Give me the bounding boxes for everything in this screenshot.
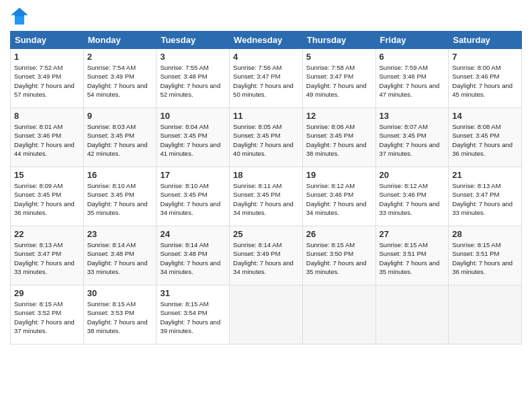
calendar-cell: 7 Sunrise: 8:00 AM Sunset: 3:46 PM Dayli… bbox=[449, 49, 522, 108]
calendar-cell: 16 Sunrise: 8:10 AM Sunset: 3:45 PM Dayl… bbox=[83, 167, 157, 226]
day-number: 4 bbox=[233, 52, 299, 62]
calendar-week-4: 22 Sunrise: 8:13 AM Sunset: 3:47 PM Dayl… bbox=[11, 226, 522, 285]
day-number: 12 bbox=[306, 111, 372, 121]
page: SundayMondayTuesdayWednesdayThursdayFrid… bbox=[0, 0, 532, 411]
day-info: Sunrise: 8:09 AM Sunset: 3:45 PM Dayligh… bbox=[14, 181, 80, 217]
day-number: 13 bbox=[380, 111, 445, 121]
calendar-cell: 14 Sunrise: 8:08 AM Sunset: 3:45 PM Dayl… bbox=[449, 108, 522, 167]
day-number: 23 bbox=[87, 229, 153, 239]
day-number: 6 bbox=[380, 52, 445, 62]
day-info: Sunrise: 8:07 AM Sunset: 3:45 PM Dayligh… bbox=[380, 122, 445, 158]
day-info: Sunrise: 8:15 AM Sunset: 3:51 PM Dayligh… bbox=[452, 240, 518, 276]
calendar-table: SundayMondayTuesdayWednesdayThursdayFrid… bbox=[10, 31, 522, 345]
day-info: Sunrise: 7:52 AM Sunset: 3:49 PM Dayligh… bbox=[14, 63, 80, 99]
weekday-header-monday: Monday bbox=[83, 32, 157, 49]
calendar-header-row: SundayMondayTuesdayWednesdayThursdayFrid… bbox=[11, 32, 522, 49]
calendar-cell: 29 Sunrise: 8:15 AM Sunset: 3:52 PM Dayl… bbox=[11, 285, 84, 345]
calendar-cell: 22 Sunrise: 8:13 AM Sunset: 3:47 PM Dayl… bbox=[11, 226, 84, 285]
day-info: Sunrise: 8:15 AM Sunset: 3:53 PM Dayligh… bbox=[87, 300, 153, 335]
day-number: 28 bbox=[452, 229, 518, 239]
day-info: Sunrise: 8:13 AM Sunset: 3:47 PM Dayligh… bbox=[14, 240, 80, 276]
calendar-cell: 21 Sunrise: 8:13 AM Sunset: 3:47 PM Dayl… bbox=[449, 167, 522, 226]
calendar-cell: 30 Sunrise: 8:15 AM Sunset: 3:53 PM Dayl… bbox=[83, 285, 157, 345]
day-number: 24 bbox=[160, 229, 226, 239]
calendar-cell bbox=[230, 285, 303, 345]
calendar-cell bbox=[375, 285, 449, 345]
calendar-cell: 2 Sunrise: 7:54 AM Sunset: 3:49 PM Dayli… bbox=[83, 49, 157, 108]
calendar-cell: 24 Sunrise: 8:14 AM Sunset: 3:48 PM Dayl… bbox=[157, 226, 230, 285]
calendar-cell: 27 Sunrise: 8:15 AM Sunset: 3:51 PM Dayl… bbox=[375, 226, 449, 285]
calendar-cell: 10 Sunrise: 8:04 AM Sunset: 3:45 PM Dayl… bbox=[157, 108, 230, 167]
day-info: Sunrise: 8:15 AM Sunset: 3:54 PM Dayligh… bbox=[160, 300, 226, 335]
day-info: Sunrise: 8:03 AM Sunset: 3:45 PM Dayligh… bbox=[87, 122, 153, 158]
day-number: 22 bbox=[14, 229, 80, 239]
day-number: 27 bbox=[380, 229, 445, 239]
day-info: Sunrise: 8:15 AM Sunset: 3:52 PM Dayligh… bbox=[14, 300, 80, 335]
calendar-cell: 28 Sunrise: 8:15 AM Sunset: 3:51 PM Dayl… bbox=[449, 226, 522, 285]
day-info: Sunrise: 8:15 AM Sunset: 3:51 PM Dayligh… bbox=[380, 240, 445, 276]
day-info: Sunrise: 8:08 AM Sunset: 3:45 PM Dayligh… bbox=[452, 122, 518, 158]
day-number: 7 bbox=[452, 52, 518, 62]
day-info: Sunrise: 8:14 AM Sunset: 3:48 PM Dayligh… bbox=[87, 240, 153, 276]
calendar-cell: 5 Sunrise: 7:58 AM Sunset: 3:47 PM Dayli… bbox=[302, 49, 375, 108]
day-number: 21 bbox=[452, 170, 518, 180]
day-number: 14 bbox=[452, 111, 518, 121]
day-number: 18 bbox=[233, 170, 299, 180]
calendar-cell: 11 Sunrise: 8:05 AM Sunset: 3:45 PM Dayl… bbox=[230, 108, 303, 167]
day-number: 29 bbox=[14, 288, 80, 298]
calendar-cell: 1 Sunrise: 7:52 AM Sunset: 3:49 PM Dayli… bbox=[11, 49, 84, 108]
weekday-header-sunday: Sunday bbox=[11, 32, 84, 49]
day-info: Sunrise: 8:05 AM Sunset: 3:45 PM Dayligh… bbox=[233, 122, 299, 158]
day-number: 30 bbox=[87, 288, 153, 298]
calendar-week-2: 8 Sunrise: 8:01 AM Sunset: 3:46 PM Dayli… bbox=[11, 108, 522, 167]
calendar-cell: 17 Sunrise: 8:10 AM Sunset: 3:45 PM Dayl… bbox=[157, 167, 230, 226]
day-number: 25 bbox=[233, 229, 299, 239]
day-info: Sunrise: 7:58 AM Sunset: 3:47 PM Dayligh… bbox=[306, 63, 372, 99]
calendar-cell: 12 Sunrise: 8:06 AM Sunset: 3:45 PM Dayl… bbox=[302, 108, 375, 167]
day-number: 2 bbox=[87, 52, 153, 62]
day-number: 5 bbox=[306, 52, 372, 62]
weekday-header-friday: Friday bbox=[375, 32, 449, 49]
day-number: 15 bbox=[14, 170, 80, 180]
day-info: Sunrise: 7:59 AM Sunset: 3:46 PM Dayligh… bbox=[380, 63, 445, 99]
weekday-header-thursday: Thursday bbox=[302, 32, 375, 49]
calendar-cell: 9 Sunrise: 8:03 AM Sunset: 3:45 PM Dayli… bbox=[83, 108, 157, 167]
day-info: Sunrise: 8:13 AM Sunset: 3:47 PM Dayligh… bbox=[452, 181, 518, 217]
day-info: Sunrise: 8:10 AM Sunset: 3:45 PM Dayligh… bbox=[160, 181, 226, 217]
day-info: Sunrise: 8:14 AM Sunset: 3:48 PM Dayligh… bbox=[160, 240, 226, 276]
calendar-cell: 19 Sunrise: 8:12 AM Sunset: 3:46 PM Dayl… bbox=[302, 167, 375, 226]
day-info: Sunrise: 8:15 AM Sunset: 3:50 PM Dayligh… bbox=[306, 240, 372, 276]
day-number: 10 bbox=[160, 111, 226, 121]
calendar-cell: 25 Sunrise: 8:14 AM Sunset: 3:49 PM Dayl… bbox=[230, 226, 303, 285]
calendar-cell: 13 Sunrise: 8:07 AM Sunset: 3:45 PM Dayl… bbox=[375, 108, 449, 167]
calendar-cell: 31 Sunrise: 8:15 AM Sunset: 3:54 PM Dayl… bbox=[157, 285, 230, 345]
calendar-week-5: 29 Sunrise: 8:15 AM Sunset: 3:52 PM Dayl… bbox=[11, 285, 522, 345]
day-info: Sunrise: 8:01 AM Sunset: 3:46 PM Dayligh… bbox=[14, 122, 80, 158]
day-info: Sunrise: 8:04 AM Sunset: 3:45 PM Dayligh… bbox=[160, 122, 226, 158]
day-number: 8 bbox=[14, 111, 80, 121]
day-number: 19 bbox=[306, 170, 372, 180]
day-info: Sunrise: 8:12 AM Sunset: 3:46 PM Dayligh… bbox=[306, 181, 372, 217]
day-number: 11 bbox=[233, 111, 299, 121]
day-number: 20 bbox=[380, 170, 445, 180]
svg-marker-1 bbox=[11, 7, 28, 16]
calendar-cell: 4 Sunrise: 7:56 AM Sunset: 3:47 PM Dayli… bbox=[230, 49, 303, 108]
day-info: Sunrise: 7:54 AM Sunset: 3:49 PM Dayligh… bbox=[87, 63, 153, 99]
calendar-cell: 26 Sunrise: 8:15 AM Sunset: 3:50 PM Dayl… bbox=[302, 226, 375, 285]
calendar-cell bbox=[302, 285, 375, 345]
logo bbox=[10, 7, 32, 26]
weekday-header-saturday: Saturday bbox=[449, 32, 522, 49]
day-number: 17 bbox=[160, 170, 226, 180]
weekday-header-wednesday: Wednesday bbox=[230, 32, 303, 49]
day-info: Sunrise: 8:12 AM Sunset: 3:46 PM Dayligh… bbox=[380, 181, 445, 217]
calendar-week-1: 1 Sunrise: 7:52 AM Sunset: 3:49 PM Dayli… bbox=[11, 49, 522, 108]
day-number: 3 bbox=[160, 52, 226, 62]
calendar-cell: 23 Sunrise: 8:14 AM Sunset: 3:48 PM Dayl… bbox=[83, 226, 157, 285]
day-info: Sunrise: 8:14 AM Sunset: 3:49 PM Dayligh… bbox=[233, 240, 299, 276]
day-number: 9 bbox=[87, 111, 153, 121]
day-number: 16 bbox=[87, 170, 153, 180]
day-info: Sunrise: 7:56 AM Sunset: 3:47 PM Dayligh… bbox=[233, 63, 299, 99]
calendar-cell: 15 Sunrise: 8:09 AM Sunset: 3:45 PM Dayl… bbox=[11, 167, 84, 226]
day-number: 26 bbox=[306, 229, 372, 239]
day-info: Sunrise: 8:00 AM Sunset: 3:46 PM Dayligh… bbox=[452, 63, 518, 99]
